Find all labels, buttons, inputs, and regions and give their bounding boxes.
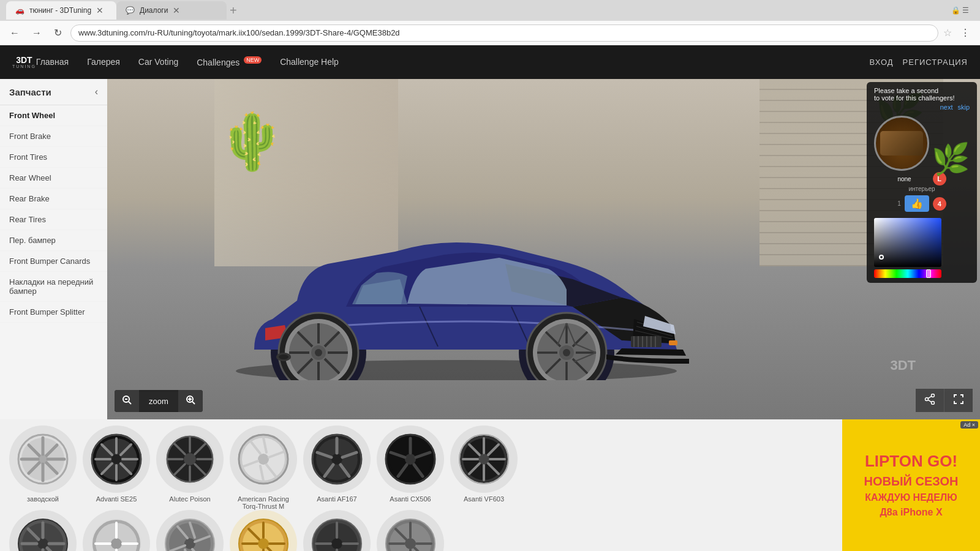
vote-text-2: to vote for this challengers!	[874, 94, 970, 102]
sidebar-title: Запчасти	[9, 87, 51, 97]
nav-challenges[interactable]: Challenges NEW	[197, 57, 262, 67]
nav-challenge-help[interactable]: Challenge Help	[280, 57, 339, 67]
register-button[interactable]: РЕГИСТРАЦИЯ	[903, 58, 968, 67]
wheel-svg-stock	[15, 432, 70, 487]
advertisement-panel: Ad × LIPTON GO! НОВЫЙ СЕЗОН КАЖДУЮ НЕДЕЛ…	[842, 419, 980, 551]
wheel-svg-asanti-cx506	[383, 432, 438, 487]
tab-active[interactable]: 🚗 тюнинг - 3DTuning ✕	[6, 1, 116, 20]
sidebar-item-front-wheel[interactable]: Front Wheel	[0, 105, 107, 126]
share-button[interactable]	[916, 389, 944, 412]
vote-next-link[interactable]: next	[940, 103, 953, 111]
sidebar-toggle-button[interactable]: ‹	[95, 86, 98, 97]
wheel-item-advanti[interactable]: Advanti SE25	[83, 425, 150, 510]
view-controls	[916, 389, 973, 412]
svg-point-31	[932, 394, 935, 397]
wheel-item-r2-6[interactable]	[377, 510, 444, 551]
wheel-svg-r2-6	[383, 516, 438, 551]
tab-close-btn[interactable]: ✕	[96, 6, 104, 15]
viewer-watermark: 3DT	[890, 358, 916, 373]
ad-badge: Ad ×	[960, 421, 978, 429]
main-area: Запчасти ‹ Front Wheel Front Brake Front…	[0, 79, 980, 419]
color-picker-cursor	[879, 255, 884, 260]
vote-text-1: Please take a second	[874, 87, 970, 94]
challenges-badge: NEW	[244, 56, 262, 64]
sidebar-item-front-bumper-splitter[interactable]: Front Bumper Splitter	[0, 302, 107, 323]
sidebar-item-rear-brake[interactable]: Rear Brake	[0, 189, 107, 209]
challenger-vote-panel: Please take a second to vote for this ch…	[867, 82, 977, 283]
svg-point-32	[932, 402, 935, 405]
wheel-item-asanti-af167[interactable]: Asanti AF167	[303, 425, 371, 510]
wheels-row-1: заводской	[9, 425, 833, 510]
wheel-item-american-racing[interactable]: American Racing Torq-Thrust M	[230, 425, 297, 510]
nav-gallery[interactable]: Галерея	[87, 57, 120, 67]
exhaust-inner	[279, 354, 288, 359]
wheel-item-asanti-vf603[interactable]: Asanti VF603	[450, 425, 518, 510]
share-icon	[924, 394, 935, 405]
main-nav: Главная Галерея Car Voting Challenges NE…	[36, 57, 870, 67]
tab-dialogi[interactable]: 💬 Диалоги ✕	[116, 1, 227, 20]
menu-button[interactable]: ⋮	[957, 24, 974, 41]
color-picker-gradient[interactable]	[874, 218, 941, 267]
hue-slider-handle	[926, 269, 931, 278]
vote-like-button[interactable]: 👍	[905, 195, 929, 212]
back-button[interactable]: ←	[6, 25, 23, 41]
front-lip	[606, 354, 689, 364]
wheel-svg-advanti	[89, 432, 144, 487]
ad-subtitle: НОВЫЙ СЕЗОН	[864, 474, 958, 489]
sidebar-item-rear-wheel[interactable]: Rear Wheel	[0, 168, 107, 189]
color-hue-slider[interactable]	[874, 269, 941, 278]
nav-bar: ← → ↻ ☆ ⋮	[0, 21, 980, 45]
wheel-item-r2-4[interactable]	[230, 510, 297, 551]
sidebar-item-front-bumper[interactable]: Пер. бампер	[0, 230, 107, 251]
svg-point-93	[405, 454, 416, 465]
svg-point-33	[925, 398, 929, 401]
wheel-item-r2-1[interactable]	[9, 510, 77, 551]
address-bar[interactable]	[70, 24, 938, 42]
wheel-item-asanti-cx506[interactable]: Asanti CX506	[377, 425, 444, 510]
wheel-item-r2-2[interactable]	[83, 510, 150, 551]
nav-car-voting[interactable]: Car Voting	[138, 57, 178, 67]
wheel-svg-american-racing	[236, 432, 291, 487]
ad-title: LIPTON GO!	[865, 452, 957, 470]
tab-bar: 🚗 тюнинг - 3DTuning ✕ 💬 Диалоги ✕ + 🔒 ☰	[0, 0, 980, 21]
intercooler	[631, 336, 662, 347]
challenger-username: none	[897, 176, 911, 182]
svg-line-34	[928, 396, 932, 399]
sidebar-item-front-bumper-canards[interactable]: Front Bumper Canards	[0, 251, 107, 272]
zoom-out-button[interactable]	[115, 390, 139, 412]
svg-line-26	[129, 402, 131, 404]
nav-home[interactable]: Главная	[36, 57, 69, 67]
zoom-in-button[interactable]	[178, 390, 203, 412]
login-button[interactable]: ВХОД	[870, 58, 894, 67]
app-container: 3DT TUNING Главная Галерея Car Voting Ch…	[0, 45, 980, 551]
refresh-button[interactable]: ↻	[50, 24, 66, 41]
tab-active-label: тюнинг - 3DTuning	[29, 6, 91, 15]
vote-skip-link[interactable]: skip	[957, 103, 970, 111]
new-tab-button[interactable]: +	[230, 4, 237, 18]
wheel-item-r2-3[interactable]	[156, 510, 224, 551]
svg-point-148	[331, 538, 342, 549]
wheel-img-advanti	[83, 425, 150, 493]
challenger-decoration: 🌿	[932, 141, 970, 171]
svg-point-84	[331, 454, 342, 465]
wheel-img-r2-4	[230, 510, 297, 551]
bookmark-icon[interactable]: ☆	[943, 27, 952, 39]
tab-inactive-close-btn[interactable]: ✕	[173, 6, 180, 15]
wheel-item-stock[interactable]: заводской	[9, 425, 77, 510]
plant-left-icon: 🌵	[217, 110, 286, 174]
forward-button[interactable]: →	[28, 25, 45, 41]
wheel-img-r2-3	[156, 510, 224, 551]
sidebar-item-front-brake[interactable]: Front Brake	[0, 126, 107, 147]
challenger-vote-row: 1 👍 4	[897, 195, 946, 212]
sidebar-item-nakladki[interactable]: Накладки на передний бампер	[0, 272, 107, 302]
sidebar-item-front-tires[interactable]: Front Tires	[0, 147, 107, 168]
sidebar-item-rear-tires[interactable]: Rear Tires	[0, 209, 107, 230]
zoom-controls: zoom	[115, 390, 203, 412]
svg-line-35	[928, 400, 932, 402]
front-splitter	[616, 348, 686, 356]
wheel-item-alutec[interactable]: Alutec Poison	[156, 425, 224, 510]
wheel-item-r2-5[interactable]	[303, 510, 371, 551]
svg-line-30	[192, 402, 195, 404]
fullscreen-button[interactable]	[944, 389, 973, 412]
car-svg: 3DT	[205, 184, 707, 380]
